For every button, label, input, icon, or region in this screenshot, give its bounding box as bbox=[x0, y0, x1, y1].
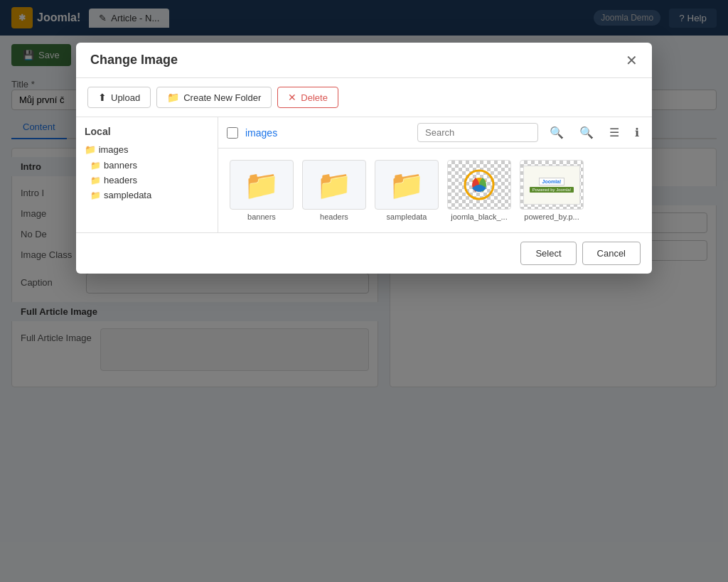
folder-icon-large: 📁 bbox=[244, 168, 279, 202]
modal-close-button[interactable]: ✕ bbox=[626, 53, 638, 68]
folder-icon: 📁 bbox=[90, 161, 101, 171]
change-image-modal: Change Image ✕ ⬆ Upload 📁 Create New Fol… bbox=[76, 43, 652, 274]
folder-icon: 📁 bbox=[90, 190, 101, 200]
image-thumb-powered-by: Joomla! Powered by Joomla! bbox=[520, 160, 584, 210]
folder-thumb-headers: 📁 bbox=[302, 160, 366, 210]
folder-name-sampledata: sampledata bbox=[104, 190, 151, 200]
search-input[interactable] bbox=[417, 123, 538, 142]
file-toolbar: images 🔍 🔍 ☰ ℹ bbox=[218, 117, 652, 149]
file-item-headers[interactable]: 📁 headers bbox=[302, 160, 366, 221]
modal-footer: Select Cancel bbox=[76, 232, 652, 274]
file-grid: 📁 banners 📁 headers 📁 bbox=[218, 149, 652, 232]
folder-icon-large: 📁 bbox=[316, 168, 352, 202]
modal-title: Change Image bbox=[90, 53, 178, 68]
sidebar-title: Local bbox=[85, 126, 209, 137]
breadcrumb-link[interactable]: images bbox=[245, 127, 277, 139]
folder-icon-large: 📁 bbox=[389, 168, 424, 202]
modal-overlay: Change Image ✕ ⬆ Upload 📁 Create New Fol… bbox=[0, 0, 728, 582]
cancel-button[interactable]: Cancel bbox=[582, 242, 641, 265]
modal-header: Change Image ✕ bbox=[76, 43, 652, 78]
file-name-joomla-black: joomla_black_... bbox=[451, 212, 508, 221]
delete-button[interactable]: ✕ Delete bbox=[277, 87, 338, 108]
modal-toolbar: ⬆ Upload 📁 Create New Folder ✕ Delete bbox=[76, 78, 652, 117]
folder-name-headers: headers bbox=[104, 175, 137, 185]
joomla-logo-svg bbox=[461, 167, 497, 203]
sidebar-folder-list: 📁 banners 📁 headers 📁 sampledata bbox=[85, 158, 209, 203]
delete-label: Delete bbox=[301, 92, 328, 103]
file-item-sampledata[interactable]: 📁 sampledata bbox=[375, 160, 439, 221]
joomla-image bbox=[451, 166, 508, 205]
create-folder-button[interactable]: 📁 Create New Folder bbox=[156, 87, 272, 108]
folder-thumb-sampledata: 📁 bbox=[375, 160, 439, 210]
sidebar-item-banners[interactable]: 📁 banners bbox=[90, 158, 209, 173]
powered-image: Joomla! Powered by Joomla! bbox=[523, 166, 580, 205]
file-item-banners[interactable]: 📁 banners bbox=[230, 160, 294, 221]
root-folder-name: images bbox=[99, 144, 129, 155]
file-name-sampledata: sampledata bbox=[387, 212, 427, 221]
image-thumb-joomla-black bbox=[447, 160, 511, 210]
upload-button[interactable]: ⬆ Upload bbox=[87, 87, 151, 108]
create-folder-label: Create New Folder bbox=[183, 92, 261, 103]
folder-name-banners: banners bbox=[104, 160, 137, 171]
modal-sidebar: Local 📁 images 📁 banners 📁 headers bbox=[76, 117, 218, 232]
select-all-checkbox[interactable] bbox=[227, 127, 238, 139]
file-item-powered-by[interactable]: Joomla! Powered by Joomla! powered_by.p.… bbox=[520, 160, 584, 221]
folder-plus-icon: 📁 bbox=[167, 92, 179, 103]
zoom-out-button[interactable]: 🔍 bbox=[575, 123, 598, 142]
file-item-joomla-black[interactable]: joomla_black_... bbox=[447, 160, 511, 221]
select-button[interactable]: Select bbox=[520, 242, 576, 265]
upload-icon: ⬆ bbox=[98, 92, 107, 103]
sidebar-item-headers[interactable]: 📁 headers bbox=[90, 173, 209, 188]
info-button[interactable]: ℹ bbox=[631, 123, 643, 142]
zoom-in-button[interactable]: 🔍 bbox=[545, 123, 568, 142]
folder-icon: 📁 bbox=[90, 176, 101, 185]
delete-icon: ✕ bbox=[288, 92, 296, 103]
list-view-button[interactable]: ☰ bbox=[605, 123, 623, 142]
sidebar-root-folder[interactable]: 📁 images bbox=[85, 144, 209, 155]
search-wrap bbox=[417, 123, 538, 142]
folder-thumb-banners: 📁 bbox=[230, 160, 294, 210]
file-name-banners: banners bbox=[247, 212, 276, 221]
modal-body: Local 📁 images 📁 banners 📁 headers bbox=[76, 117, 652, 232]
modal-main: images 🔍 🔍 ☰ ℹ 📁 ban bbox=[218, 117, 652, 232]
file-name-powered-by: powered_by.p... bbox=[524, 212, 579, 221]
sidebar-item-sampledata[interactable]: 📁 sampledata bbox=[90, 188, 209, 203]
file-name-headers: headers bbox=[320, 212, 348, 221]
folder-icon-root: 📁 bbox=[85, 144, 96, 155]
upload-label: Upload bbox=[111, 92, 140, 103]
